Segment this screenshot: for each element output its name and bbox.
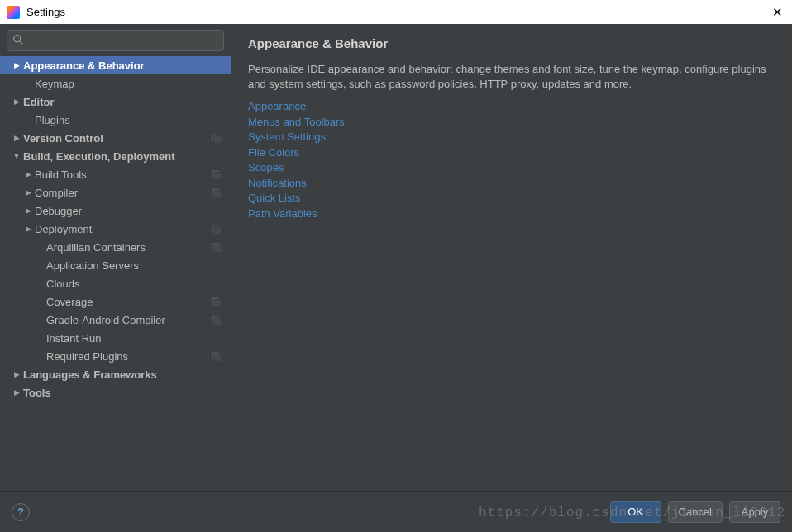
svg-rect-13	[214, 300, 222, 307]
chevron-right-icon: ▶	[12, 61, 21, 69]
sidebar-item-label: Version Control	[23, 132, 211, 145]
page-title: Appearance & Behavior	[248, 36, 775, 50]
sidebar-item-label: Tools	[23, 387, 222, 399]
subsection-link[interactable]: Path Variables	[248, 207, 317, 221]
svg-rect-5	[214, 173, 222, 180]
sidebar-item[interactable]: ▶Version Control	[0, 129, 231, 147]
sidebar-item[interactable]: ▶Appearance & Behavior	[0, 56, 231, 74]
sidebar-item-label: Coverage	[46, 296, 211, 308]
sidebar-item-label: Compiler	[35, 187, 211, 199]
sidebar-item[interactable]: ▼Build, Execution, Deployment	[0, 147, 231, 165]
svg-rect-3	[214, 136, 222, 144]
apply-button[interactable]: Apply	[729, 501, 780, 523]
sidebar-item[interactable]: ▶Tools	[0, 383, 231, 401]
subsection-link[interactable]: Scopes	[248, 160, 284, 175]
svg-rect-11	[214, 245, 222, 253]
project-scope-icon	[211, 169, 222, 180]
sidebar-item[interactable]: ▶Keymap	[0, 74, 231, 93]
sidebar-item-label: Instant Run	[46, 332, 222, 344]
svg-point-0	[14, 36, 21, 42]
sidebar-item-label: Deployment	[35, 223, 211, 235]
chevron-right-icon: ▶	[12, 97, 21, 106]
titlebar: Settings ✕	[0, 0, 792, 25]
sidebar-item-label: Plugins	[35, 114, 222, 126]
project-scope-icon	[211, 296, 222, 307]
project-scope-icon	[211, 223, 222, 235]
sidebar-item[interactable]: ▶Build Tools	[0, 165, 231, 183]
svg-line-1	[20, 41, 22, 44]
sidebar-item-label: Build, Execution, Deployment	[23, 150, 222, 163]
chevron-right-icon: ▶	[12, 370, 21, 378]
chevron-right-icon: ▶	[23, 170, 33, 178]
sidebar-item-label: Languages & Frameworks	[23, 368, 222, 381]
sidebar-item[interactable]: ▶Debugger	[0, 202, 231, 220]
subsection-link[interactable]: Menus and Toolbars	[248, 115, 345, 130]
chevron-right-icon: ▶	[23, 207, 33, 215]
sidebar-item[interactable]: ▶Deployment	[0, 220, 231, 238]
window-title: Settings	[26, 6, 769, 18]
svg-rect-9	[214, 227, 222, 235]
svg-rect-7	[214, 191, 222, 198]
subsection-links: AppearanceMenus and ToolbarsSystem Setti…	[248, 99, 775, 221]
sidebar-item-label: Clouds	[46, 278, 222, 290]
search-icon	[12, 34, 23, 47]
chevron-right-icon: ▶	[12, 134, 21, 142]
settings-footer: ? OK Cancel Apply	[0, 491, 792, 532]
sidebar-item-label: Required Plugins	[46, 350, 211, 363]
cancel-button[interactable]: Cancel	[668, 501, 723, 523]
project-scope-icon	[211, 132, 222, 144]
project-scope-icon	[211, 241, 222, 253]
project-scope-icon	[211, 187, 222, 198]
sidebar-item[interactable]: ▶Coverage	[0, 292, 231, 311]
sidebar-item[interactable]: ▶Application Servers	[0, 256, 231, 274]
sidebar-item[interactable]: ▶Clouds	[0, 274, 231, 292]
sidebar-item[interactable]: ▶Arquillian Containers	[0, 238, 231, 256]
sidebar-item-label: Arquillian Containers	[46, 241, 211, 254]
project-scope-icon	[211, 350, 222, 362]
sidebar-item-label: Keymap	[35, 78, 222, 90]
ok-button[interactable]: OK	[610, 501, 661, 523]
svg-rect-15	[214, 318, 222, 325]
subsection-link[interactable]: File Colors	[248, 145, 299, 160]
sidebar-item-label: Debugger	[35, 205, 222, 217]
app-logo-icon	[7, 6, 20, 19]
chevron-down-icon: ▼	[12, 152, 21, 160]
sidebar-item-label: Gradle-Android Compiler	[46, 314, 211, 326]
project-scope-icon	[211, 314, 222, 325]
sidebar-item[interactable]: ▶Languages & Frameworks	[0, 365, 231, 383]
close-icon[interactable]: ✕	[769, 4, 785, 21]
search-input[interactable]	[26, 35, 218, 47]
chevron-right-icon: ▶	[12, 388, 21, 397]
sidebar-item[interactable]: ▶Required Plugins	[0, 347, 231, 365]
search-box[interactable]	[7, 30, 224, 51]
sidebar-item[interactable]: ▶Gradle-Android Compiler	[0, 311, 231, 329]
settings-sidebar: ▶Appearance & Behavior▶Keymap▶Editor▶Plu…	[0, 25, 231, 491]
sidebar-item[interactable]: ▶Editor	[0, 93, 231, 111]
svg-rect-17	[214, 354, 222, 362]
subsection-link[interactable]: Quick Lists	[248, 191, 301, 206]
subsection-link[interactable]: Appearance	[248, 99, 306, 114]
sidebar-item-label: Build Tools	[35, 169, 211, 181]
sidebar-item[interactable]: ▶Compiler	[0, 183, 231, 202]
subsection-link[interactable]: System Settings	[248, 130, 326, 145]
settings-tree: ▶Appearance & Behavior▶Keymap▶Editor▶Plu…	[0, 56, 231, 491]
sidebar-item-label: Application Servers	[46, 259, 222, 272]
chevron-right-icon: ▶	[23, 188, 33, 197]
sidebar-item-label: Appearance & Behavior	[23, 59, 222, 72]
chevron-right-icon: ▶	[23, 225, 33, 233]
sidebar-item[interactable]: ▶Instant Run	[0, 329, 231, 347]
sidebar-item[interactable]: ▶Plugins	[0, 111, 231, 129]
settings-main: Appearance & Behavior Personalize IDE ap…	[231, 25, 792, 491]
sidebar-item-label: Editor	[23, 96, 222, 108]
subsection-link[interactable]: Notifications	[248, 176, 307, 191]
page-description: Personalize IDE appearance and behavior:…	[248, 62, 775, 91]
help-button[interactable]: ?	[12, 503, 30, 521]
